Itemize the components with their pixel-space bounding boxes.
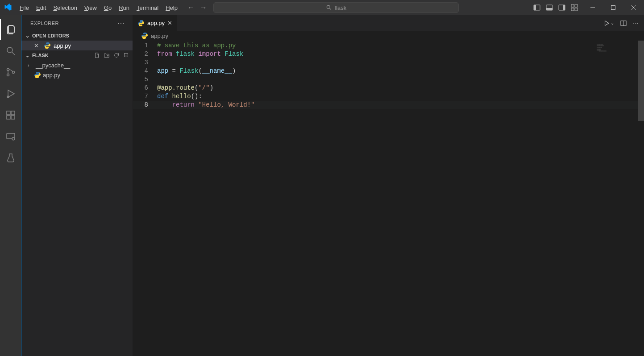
search-icon (326, 4, 332, 11)
nav-arrows: ← → (181, 4, 213, 12)
breadcrumb-file: app.py (151, 33, 168, 39)
activity-remote-icon[interactable] (0, 126, 21, 147)
svg-line-1 (329, 8, 331, 10)
svg-rect-10 (571, 8, 574, 11)
breadcrumbs[interactable]: app.py (133, 31, 644, 41)
python-file-icon (44, 42, 51, 49)
activity-search-icon[interactable] (0, 40, 21, 62)
menu-edit[interactable]: Edit (33, 0, 50, 15)
editor-more-icon[interactable]: ⋯ (633, 20, 639, 26)
line-number: 2 (133, 50, 157, 58)
menu-terminal[interactable]: Terminal (133, 0, 162, 15)
svg-point-19 (7, 74, 9, 76)
new-file-icon[interactable] (93, 52, 100, 59)
svg-line-17 (12, 52, 15, 55)
menu-view[interactable]: View (81, 0, 100, 15)
collapse-all-icon[interactable] (123, 52, 130, 59)
svg-point-0 (327, 5, 330, 8)
line-number: 6 (133, 84, 157, 92)
svg-rect-8 (571, 4, 574, 7)
explorer-title: EXPLORER (30, 21, 59, 26)
vscode-logo-icon (0, 4, 16, 12)
project-name: FLASK (32, 53, 49, 58)
editor-area: app.py ✕ ⌄ ⋯ app.py 1# save this as app.… (133, 15, 644, 356)
line-number: 1 (133, 41, 157, 50)
tab-bar: app.py ✕ ⌄ ⋯ (133, 15, 644, 31)
customize-layout-icon[interactable] (568, 0, 581, 15)
activity-testing-icon[interactable] (0, 147, 21, 169)
folder-name: __pycache__ (36, 62, 70, 69)
activity-explorer-icon[interactable] (0, 19, 21, 40)
python-file-icon (141, 32, 148, 39)
svg-rect-11 (575, 8, 578, 11)
line-number: 7 (133, 92, 157, 101)
chevron-down-icon: ⌄ (24, 53, 30, 58)
activity-bar (0, 15, 21, 356)
nav-forward-icon[interactable]: → (199, 4, 208, 12)
maximize-button[interactable] (603, 0, 623, 15)
menu-go[interactable]: Go (100, 0, 115, 15)
refresh-icon[interactable] (113, 52, 120, 59)
minimize-button[interactable] (582, 0, 603, 15)
menu-help[interactable]: Help (162, 0, 181, 15)
minimap[interactable]: ████████████████████████████████████████… (593, 41, 638, 356)
run-python-icon[interactable]: ⌄ (603, 20, 614, 26)
project-section[interactable]: ⌄ FLASK (21, 50, 133, 60)
svg-point-18 (7, 69, 9, 71)
svg-rect-5 (546, 8, 553, 10)
menu-bar: FFileile Edit Selection View Go Run Term… (16, 0, 181, 15)
new-folder-icon[interactable] (103, 52, 110, 59)
scrollbar-thumb[interactable] (638, 41, 644, 121)
open-editors-section[interactable]: ⌄ OPEN EDITORS (21, 31, 133, 41)
split-editor-icon[interactable] (620, 20, 627, 26)
window-controls (582, 0, 644, 15)
svg-rect-3 (534, 5, 536, 10)
line-number: 4 (133, 67, 157, 75)
toggle-secondary-sidebar-icon[interactable] (556, 0, 568, 15)
menu-file[interactable]: FFileile (16, 0, 33, 15)
svg-rect-7 (563, 5, 565, 10)
tab-close-icon[interactable]: ✕ (167, 20, 172, 26)
activity-extensions-icon[interactable] (0, 104, 21, 126)
python-file-icon (137, 20, 145, 27)
explorer-header: EXPLORER ⋯ (21, 15, 133, 31)
tree-file-app[interactable]: app.py (21, 70, 133, 80)
search-text: flask (335, 4, 347, 11)
svg-rect-23 (7, 116, 10, 119)
open-editors-label: OPEN EDITORS (32, 33, 69, 38)
svg-rect-9 (575, 4, 578, 7)
layout-controls (529, 0, 582, 15)
menu-selection[interactable]: Selection (50, 0, 80, 15)
svg-rect-22 (7, 111, 10, 115)
scrollbar-track[interactable] (638, 41, 644, 356)
toggle-panel-icon[interactable] (543, 0, 556, 15)
svg-point-27 (12, 137, 15, 140)
activity-run-debug-icon[interactable] (0, 83, 21, 104)
code-editor[interactable]: 1# save this as app.py 2from flask impor… (133, 41, 644, 356)
menu-run[interactable]: Run (115, 0, 133, 15)
toggle-primary-sidebar-icon[interactable] (531, 0, 543, 15)
svg-rect-24 (11, 116, 15, 119)
line-number: 5 (133, 75, 157, 84)
open-editor-filename: app.py (54, 42, 71, 49)
editor-actions: ⌄ ⋯ (598, 15, 644, 31)
tab-label: app.py (147, 20, 165, 26)
main-area: EXPLORER ⋯ ⌄ OPEN EDITORS ✕ app.py ⌄ FLA… (0, 15, 644, 356)
explorer-more-icon[interactable]: ⋯ (117, 19, 125, 27)
chevron-down-icon: ⌄ (24, 33, 30, 39)
open-editor-item[interactable]: ✕ app.py (21, 41, 133, 50)
command-center-search[interactable]: flask (213, 2, 459, 13)
tree-folder-pycache[interactable]: › __pycache__ (21, 60, 133, 70)
python-file-icon (34, 71, 41, 79)
file-name: app.py (43, 72, 60, 79)
chevron-right-icon: › (28, 62, 34, 68)
nav-back-icon[interactable]: ← (187, 4, 195, 12)
tab-app-py[interactable]: app.py ✕ (133, 15, 177, 31)
close-editor-icon[interactable]: ✕ (34, 42, 41, 49)
svg-rect-25 (11, 111, 15, 115)
activity-source-control-icon[interactable] (0, 62, 21, 83)
titlebar: FFileile Edit Selection View Go Run Term… (0, 0, 644, 15)
svg-rect-13 (611, 6, 615, 10)
close-button[interactable] (623, 0, 644, 15)
svg-point-16 (7, 47, 12, 53)
